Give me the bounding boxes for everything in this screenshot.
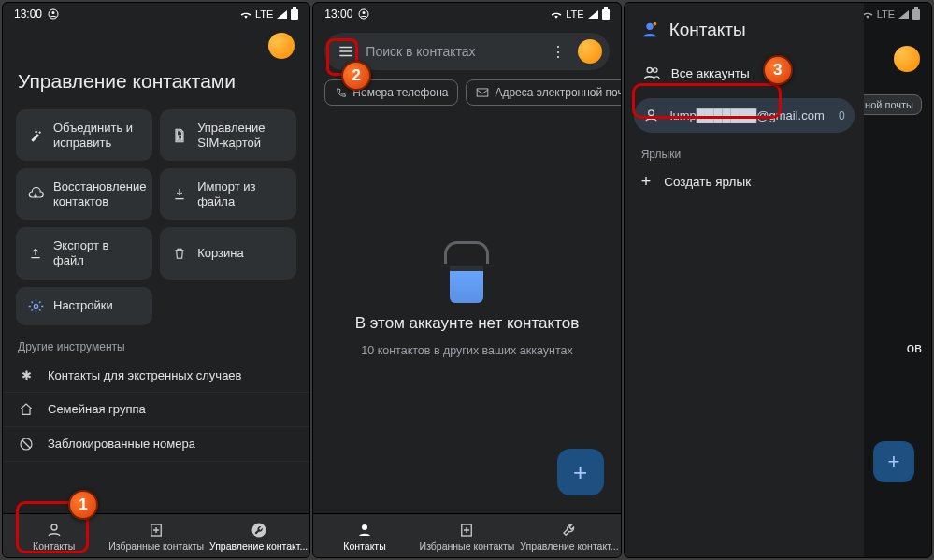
- people-icon: [643, 65, 660, 81]
- account-circle-icon: [358, 8, 369, 20]
- svg-rect-10: [478, 89, 489, 96]
- tile-import[interactable]: Импорт из файла: [160, 168, 296, 220]
- signal-icon: [588, 10, 598, 19]
- labels-heading: Ярлыки: [625, 140, 864, 163]
- tile-label: Управление SIM-картой: [197, 121, 285, 150]
- row-label: Контакты для экстренных случаев: [48, 368, 242, 382]
- bottom-nav: Контакты Избранные контакты Управление к…: [313, 513, 620, 557]
- svg-point-18: [653, 68, 657, 73]
- star-icon: ✱: [18, 368, 35, 382]
- tile-settings[interactable]: Настройки: [16, 287, 152, 325]
- account-count: 0: [839, 109, 845, 122]
- marker-3: 3: [763, 55, 793, 85]
- create-label-text: Создать ярлык: [664, 175, 751, 189]
- nav-contacts[interactable]: Контакты: [313, 514, 415, 557]
- svg-rect-2: [179, 136, 182, 139]
- drawer-account-selected[interactable]: lump███████@gmail.com 0: [634, 98, 855, 133]
- battery-icon: [602, 9, 610, 20]
- plus-icon: +: [573, 458, 587, 487]
- drawer-all-accounts[interactable]: Все аккаунты: [634, 55, 855, 91]
- row-label: Заблокированные номера: [48, 437, 195, 451]
- tile-combine[interactable]: Объединить и исправить: [16, 109, 152, 161]
- wifi-icon: [240, 9, 251, 19]
- nav-label: Избранные контакты: [420, 540, 515, 552]
- nav-contacts[interactable]: Контакты: [3, 514, 105, 557]
- nav-favorites[interactable]: Избранные контакты: [105, 514, 207, 557]
- screen-list: 13:00 LTE Поиск в контактах ⋮ Номера тел…: [312, 2, 621, 558]
- plus-icon: +: [641, 172, 652, 192]
- chip-label: Адреса электронной почты: [495, 86, 621, 99]
- tile-label: Настройки: [53, 298, 141, 313]
- tile-restore[interactable]: Восстановление контактов: [16, 168, 152, 220]
- row-blocked[interactable]: Заблокированные номера: [3, 427, 309, 462]
- phone-icon: [335, 87, 347, 99]
- profile-avatar[interactable]: [578, 39, 602, 64]
- wrench-icon: [251, 522, 267, 538]
- block-icon: [18, 437, 35, 452]
- nav-label: Контакты: [33, 540, 75, 552]
- bg-fab: +: [873, 441, 914, 482]
- more-button[interactable]: ⋮: [548, 41, 568, 62]
- bottom-nav: Контакты Избранные контакты Управление к…: [3, 513, 309, 557]
- bookmarks-icon: [458, 522, 475, 538]
- person-icon: [356, 522, 373, 538]
- tile-label: Корзина: [197, 246, 285, 261]
- account-circle-icon: [48, 8, 59, 20]
- person-icon: [46, 522, 63, 538]
- account-email: lump███████@gmail.com: [670, 108, 825, 122]
- signal-icon: [277, 10, 287, 19]
- svg-point-1: [52, 11, 55, 14]
- row-label: Семейная группа: [48, 402, 146, 416]
- wrench-icon: [561, 522, 578, 538]
- menu-button[interactable]: [336, 41, 356, 62]
- nav-favorites[interactable]: Избранные контакты: [416, 514, 518, 557]
- svg-point-11: [362, 524, 367, 530]
- svg-point-15: [646, 23, 653, 30]
- status-bar: 13:00 LTE: [313, 3, 620, 23]
- tile-label: Восстановление контактов: [53, 179, 146, 208]
- trash-icon: [171, 246, 188, 261]
- tile-label: Объединить и исправить: [53, 121, 141, 150]
- screen-manage: 13:00 LTE Управление контактами Объедини…: [2, 2, 310, 558]
- status-net: LTE: [255, 8, 273, 20]
- drawer-title: Контакты: [669, 20, 746, 40]
- nav-label: Управление контакт...: [520, 540, 618, 552]
- fab-add[interactable]: +: [557, 449, 604, 495]
- status-net: LTE: [566, 8, 583, 20]
- nav-manage[interactable]: Управление контакт...: [518, 514, 620, 557]
- tiles-grid: Объединить и исправить Управление SIM-ка…: [3, 109, 309, 325]
- search-placeholder: Поиск в контактах: [366, 44, 538, 59]
- chip-email[interactable]: Адреса электронной почты: [466, 79, 621, 106]
- empty-subtitle: 10 контактов в других ваших аккаунтах: [361, 344, 572, 357]
- row-family[interactable]: Семейная группа: [3, 393, 309, 427]
- svg-point-17: [647, 67, 652, 72]
- search-bar[interactable]: Поиск в контактах ⋮: [324, 33, 609, 70]
- bg-chip-fragment: ной почты: [856, 94, 922, 115]
- gear-icon: [27, 298, 44, 314]
- status-time: 13:00: [14, 7, 42, 21]
- profile-avatar[interactable]: [268, 33, 295, 59]
- cloud-down-icon: [27, 187, 44, 202]
- bg-text-fragment: ов: [907, 339, 922, 355]
- svg-point-3: [34, 304, 37, 308]
- create-label-row[interactable]: + Создать ярлык: [625, 163, 864, 201]
- tile-sim[interactable]: Управление SIM-картой: [160, 109, 296, 161]
- drawer-header: Контакты: [625, 12, 864, 53]
- chip-label: Номера телефона: [352, 86, 448, 99]
- nav-manage[interactable]: Управление контакт...: [208, 514, 309, 557]
- marker-1: 1: [68, 490, 98, 520]
- empty-title: В этом аккаунте нет контактов: [355, 314, 579, 333]
- header-row: [3, 23, 309, 66]
- nav-label: Избранные контакты: [108, 540, 204, 552]
- svg-point-5: [51, 524, 57, 530]
- mail-icon: [476, 87, 489, 98]
- svg-point-16: [653, 22, 656, 26]
- tile-trash[interactable]: Корзина: [160, 227, 296, 279]
- home-icon: [18, 402, 35, 417]
- page-title: Управление контактами: [3, 66, 309, 109]
- row-emergency[interactable]: ✱ Контакты для экстренных случаев: [3, 359, 309, 393]
- upload-icon: [27, 246, 44, 261]
- tile-export[interactable]: Экспорт в файл: [16, 227, 152, 279]
- nav-label: Управление контакт...: [209, 540, 308, 552]
- screen-drawer: 13:00 LTE ной почты ов + Контакты Все ак…: [624, 2, 932, 558]
